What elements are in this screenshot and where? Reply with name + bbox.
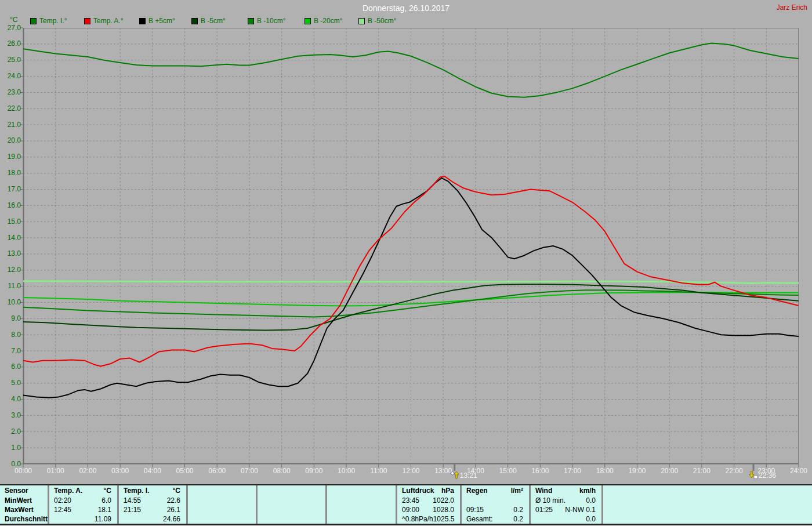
y-axis-label: 6.0	[0, 363, 21, 371]
cell-text: 14:55	[124, 496, 141, 505]
legend-swatch-icon	[84, 18, 90, 24]
legend-label: Temp. I.°	[39, 17, 67, 25]
x-axis-label: 03:00	[104, 467, 136, 475]
table-column-regen: Regenl/m²09:150.2Gesamt:0.2	[462, 485, 531, 524]
table-row	[188, 514, 256, 524]
x-axis-label: 04:00	[136, 467, 169, 475]
table-column-tempa: Temp. A.°C02:206.012:4518.111.09	[49, 485, 119, 524]
table-column-empty	[327, 485, 397, 524]
x-axis-label: 02:00	[71, 467, 104, 475]
cell-text: Luftdruck	[402, 487, 434, 495]
y-axis-label: 23.0	[0, 89, 21, 96]
y-axis-label: 25.0	[0, 56, 21, 64]
table-row: 14:5522.6	[119, 496, 186, 505]
cell-text: ^0.8hPa/h	[402, 515, 433, 523]
x-axis-label: 17:00	[556, 467, 589, 475]
cell-text: MinWert	[5, 496, 32, 505]
cell-text: 21:15	[124, 506, 141, 514]
cell-text: Gesamt:	[466, 515, 492, 523]
cell-text: 02:20	[54, 496, 71, 505]
cell-text: Ø 10 min.	[535, 496, 566, 505]
cell-value: 1028.0	[433, 506, 454, 514]
y-axis-label: 4.0	[0, 396, 21, 403]
table-row	[258, 514, 325, 524]
table-row	[603, 505, 812, 514]
x-axis-label: 06:00	[201, 467, 233, 475]
table-row	[258, 485, 325, 496]
x-axis-label: 19:00	[621, 467, 653, 475]
y-axis-label: 27.0	[0, 24, 21, 32]
table-row	[327, 496, 396, 505]
cell-value: °C	[104, 487, 111, 495]
table-row	[603, 514, 812, 524]
cell-text: MaxWert	[5, 506, 34, 514]
y-axis-label: 7.0	[0, 347, 21, 355]
cell-text: Durchschnitt	[5, 515, 48, 523]
legend-swatch-icon	[248, 18, 254, 24]
y-axis-label: 11.0	[0, 282, 21, 290]
y-axis-label: 22.0	[0, 105, 21, 113]
x-axis-label: 07:00	[233, 467, 266, 475]
cell-value: 0.2	[513, 506, 523, 514]
set-marker-icon	[749, 471, 758, 481]
table-row: Temp. A.°C	[49, 485, 117, 496]
legend-item: Temp. A.°	[84, 17, 124, 24]
cell-text: Sensor	[5, 487, 28, 495]
legend-label: B -20cm°	[314, 17, 342, 25]
legend-label: B -50cm°	[368, 17, 396, 25]
y-axis-label: 9.0	[0, 315, 21, 322]
table-row: 0.0	[531, 514, 601, 524]
x-axis-label: 12:00	[395, 467, 427, 475]
y-axis-label: 12.0	[0, 266, 21, 274]
y-axis-label: 14.0	[0, 234, 21, 242]
cell-value: hPa	[441, 487, 454, 495]
table-row: 02:206.0	[49, 496, 117, 505]
cell-text: Wind	[535, 487, 552, 495]
y-axis-label: 20.0	[0, 137, 21, 144]
x-axis-label: 15:00	[492, 467, 524, 475]
x-axis-label: 10:00	[330, 467, 362, 475]
table-row: MinWert	[0, 496, 48, 505]
table-row	[603, 496, 812, 505]
weather-logger-window: Donnerstag, 26.10.2017 Jarz Erich °C Tem…	[0, 0, 812, 526]
x-axis-label: 09:00	[298, 467, 330, 475]
legend-swatch-icon	[30, 18, 37, 24]
table-row	[462, 496, 529, 505]
table-row: LuftdruckhPa	[397, 485, 460, 496]
stats-table: SensorMinWertMaxWertDurchschnittTemp. A.…	[0, 484, 812, 525]
rise-marker-icon	[450, 471, 459, 481]
y-axis-label: 15.0	[0, 218, 21, 226]
y-axis-label: 13.0	[0, 250, 21, 257]
marker-time-label: 13:21	[460, 471, 477, 480]
x-axis-label: 16:00	[524, 467, 556, 475]
table-column-empty	[603, 485, 812, 524]
plot-group	[20, 28, 799, 471]
table-row	[258, 505, 325, 514]
legend-item: B -5cm°	[191, 17, 226, 24]
legend-item: B -50cm°	[358, 17, 396, 24]
cell-value: 1025.5	[433, 515, 455, 523]
table-row	[258, 496, 325, 505]
cell-text: Temp. I.	[124, 487, 149, 495]
cell-value: 22.6	[167, 496, 180, 505]
x-axis-label: 00:00	[7, 467, 39, 475]
table-row: 21:1526.1	[119, 505, 186, 514]
y-axis-label: 26.0	[0, 40, 21, 48]
y-axis-label: 17.0	[0, 186, 21, 193]
y-axis-label: 16.0	[0, 202, 21, 209]
cell-text: 12:45	[54, 506, 71, 514]
x-axis-label: 05:00	[169, 467, 201, 475]
legend-item: B -10cm°	[248, 17, 285, 24]
y-axis-label: 19.0	[0, 153, 21, 161]
table-row	[188, 496, 256, 505]
cell-value: 6.0	[102, 496, 111, 505]
table-row: Regenl/m²	[462, 485, 529, 496]
table-row	[327, 485, 396, 496]
cell-value: N-NW 0.1	[565, 506, 596, 514]
cell-text: 01:25	[535, 506, 553, 514]
legend-swatch-icon	[304, 18, 311, 24]
cell-text: 09:00	[402, 506, 419, 514]
x-axis-label: 01:00	[39, 467, 72, 475]
cell-value: °C	[173, 487, 180, 495]
table-row: Durchschnitt	[0, 514, 48, 524]
